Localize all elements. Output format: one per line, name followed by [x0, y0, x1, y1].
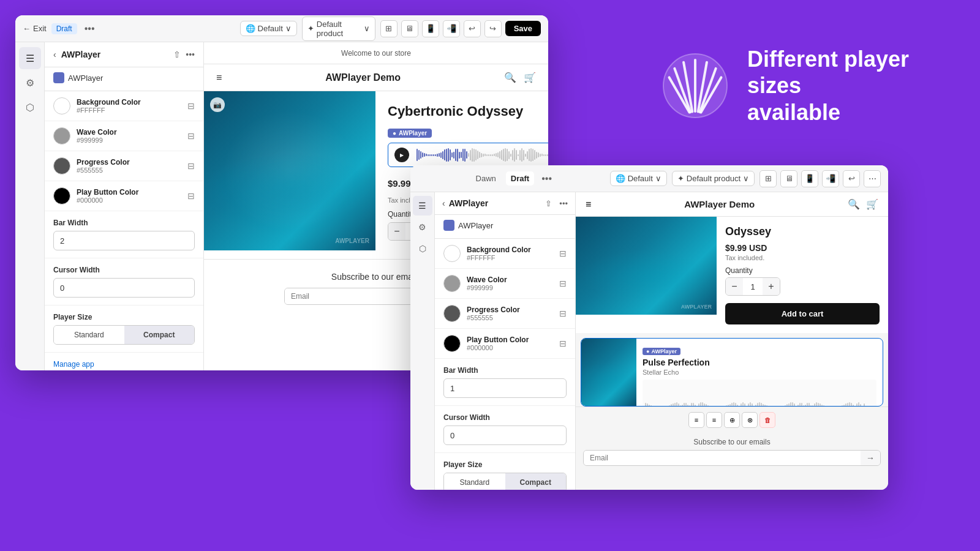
editor2-share-icon[interactable]: ⇧ — [545, 199, 552, 208]
audio-player[interactable]: ▶ 4:24 — [388, 143, 548, 167]
tablet-icon-btn[interactable]: 📱 — [422, 20, 439, 37]
exit-button[interactable]: ← Exit — [23, 24, 47, 33]
tab-dawn[interactable]: Dawn — [471, 171, 501, 186]
editor2-default-dropdown[interactable]: 🌐 Default ∨ — [610, 171, 667, 186]
player-size-label: Player Size — [53, 313, 195, 321]
editor2-toolbar: ≡ ≡ ⊕ ⊗ 🗑 — [576, 407, 888, 433]
chevron-down-icon-2: ∨ — [364, 24, 370, 33]
play-btn-color-row[interactable]: Play Button Color #000000 ⊟ — [45, 181, 203, 211]
editor2-qty-decrease[interactable]: − — [726, 278, 743, 295]
editor2-background-swatch — [443, 245, 461, 262]
editor2-email-input[interactable] — [584, 451, 861, 465]
play-btn-color-edit-icon[interactable]: ⊟ — [187, 191, 195, 201]
wave-color-row[interactable]: Wave Color #999999 ⊟ — [45, 121, 203, 151]
editor2-product-dropdown[interactable]: ✦ Default product ∨ — [672, 171, 755, 186]
layout-icon-btn[interactable]: ⊞ — [380, 20, 398, 37]
topbar-right: ⊞ 🖥 📱 📲 ↩ ↪ Save — [380, 20, 541, 37]
editor2-search-icon[interactable]: 🔍 — [848, 198, 860, 210]
editor2-compact-btn[interactable]: Compact — [505, 473, 567, 490]
search-icon[interactable]: 🔍 — [504, 72, 516, 83]
editor2-second-product-info: ● AWPlayer Pulse Perfection Stellar Echo… — [636, 339, 883, 406]
hamburger-icon[interactable]: ≡ — [216, 72, 222, 83]
editor2-layout-btn[interactable]: ⊞ — [760, 170, 777, 187]
editor2-progress-color-row[interactable]: Progress Color #555555 ⊟ — [435, 299, 575, 329]
sidebar-share-icon[interactable]: ⇧ — [173, 50, 181, 59]
background-color-name: Background Color — [77, 98, 181, 107]
save-button[interactable]: Save — [505, 21, 541, 36]
editor-nav-1: ☰ ⚙ ⬡ — [15, 42, 45, 370]
editor2-background-color-row[interactable]: Background Color #FFFFFF ⊟ — [435, 239, 575, 269]
editor-sidebar-1: ‹ AWPlayer ⇧ ••• AWPlayer Background Col… — [45, 42, 204, 370]
background-color-info: Background Color #FFFFFF — [77, 98, 181, 114]
topbar-dots-icon[interactable]: ••• — [85, 23, 95, 34]
editor2-background-edit[interactable]: ⊟ — [559, 249, 567, 258]
editor2-cart-icon[interactable]: 🛒 — [866, 198, 878, 210]
nav-apps-icon[interactable]: ⬡ — [19, 96, 41, 118]
background-color-edit-icon[interactable]: ⊟ — [187, 101, 195, 111]
bar-width-input[interactable] — [53, 231, 195, 250]
second-product-title: Pulse Perfection — [643, 358, 876, 367]
cart-icon[interactable]: 🛒 — [524, 72, 536, 83]
editor2-tablet-btn[interactable]: 📱 — [801, 170, 818, 187]
editor2-back-arrow[interactable]: ‹ — [442, 198, 445, 208]
editor2-toolbar-icon-2[interactable]: ≡ — [706, 412, 722, 428]
editor2-more-btn[interactable]: ⋯ — [864, 170, 881, 187]
editor2-progress-edit[interactable]: ⊟ — [559, 309, 567, 318]
editor2-cursor-width-input[interactable] — [443, 425, 567, 445]
editor2-playbtn-edit[interactable]: ⊟ — [559, 339, 567, 348]
editor2-toolbar-icon-4[interactable]: ⊗ — [742, 412, 758, 428]
editor2-nav-settings[interactable]: ⚙ — [413, 217, 432, 237]
editor2-playbtn-color-row[interactable]: Play Button Color #000000 ⊟ — [435, 329, 575, 359]
nav-sections-icon[interactable]: ☰ — [19, 47, 41, 69]
hero-section: Different player sizes available — [637, 0, 980, 171]
tab-draft[interactable]: Draft — [506, 171, 534, 186]
back-arrow-icon[interactable]: ‹ — [53, 50, 56, 59]
editor2-wave-edit[interactable]: ⊟ — [559, 279, 567, 288]
app-label-text: AWPlayer — [68, 73, 103, 83]
email-arrow-icon[interactable]: → — [861, 451, 880, 465]
draft-badge[interactable]: Draft — [51, 23, 77, 34]
default-product-dropdown[interactable]: ✦ Default product ∨ — [302, 17, 375, 41]
default-dropdown[interactable]: 🌐 Default ∨ — [240, 21, 297, 36]
sidebar-more-icon[interactable]: ••• — [186, 50, 195, 59]
nav-settings-icon[interactable]: ⚙ — [19, 72, 41, 94]
background-color-row[interactable]: Background Color #FFFFFF ⊟ — [45, 91, 203, 121]
add-to-cart-button[interactable]: Add to cart — [725, 303, 880, 324]
editor2-standard-btn[interactable]: Standard — [444, 473, 505, 490]
manage-app-link[interactable]: Manage app — [45, 353, 203, 370]
editor2-nav-apps[interactable]: ⬡ — [413, 239, 432, 258]
editor2-product-section: AWPLAYER Odyssey $9.99 USD Tax included.… — [576, 217, 888, 333]
editor2-toolbar-delete[interactable]: 🗑 — [760, 412, 775, 428]
editor2-background-info: Background Color #FFFFFF — [467, 246, 553, 261]
product-icon: ✦ — [307, 24, 314, 33]
product-icon-2: ✦ — [677, 174, 684, 183]
wave-color-edit-icon[interactable]: ⊟ — [187, 131, 195, 141]
editor2-toolbar-icon-1[interactable]: ≡ — [688, 412, 704, 428]
compact-size-button[interactable]: Compact — [124, 326, 195, 344]
undo-icon-btn[interactable]: ↩ — [464, 20, 481, 37]
cursor-width-input[interactable] — [53, 278, 195, 298]
editor2-hamburger-icon[interactable]: ≡ — [586, 199, 591, 210]
editor2-topbar-dots[interactable]: ••• — [541, 173, 552, 184]
editor2-desktop-btn[interactable]: 🖥 — [780, 170, 797, 187]
editor2-wave-swatch — [443, 275, 461, 292]
editor2-toolbar-icon-3[interactable]: ⊕ — [724, 412, 740, 428]
editor2-mobile-btn[interactable]: 📲 — [822, 170, 839, 187]
editor2-more-icon[interactable]: ••• — [559, 199, 568, 208]
editor2-store-icons: 🔍 🛒 — [848, 198, 878, 210]
desktop-icon-btn[interactable]: 🖥 — [401, 20, 418, 37]
standard-size-button[interactable]: Standard — [54, 326, 124, 344]
editor2-bar-width-input[interactable] — [443, 378, 567, 398]
redo-icon-btn[interactable]: ↪ — [484, 20, 502, 37]
editor2-undo-btn[interactable]: ↩ — [843, 170, 860, 187]
editor2-cursor-width-label: Cursor Width — [443, 413, 567, 422]
editor2-qty-increase[interactable]: + — [763, 278, 780, 295]
editor2-nav: ☰ ⚙ ⬡ — [410, 192, 435, 490]
progress-color-row[interactable]: Progress Color #555555 ⊟ — [45, 151, 203, 181]
editor2-nav-sections[interactable]: ☰ — [413, 196, 432, 216]
play-button[interactable]: ▶ — [394, 148, 409, 162]
progress-color-edit-icon[interactable]: ⊟ — [187, 161, 195, 171]
editor2-wave-color-row[interactable]: Wave Color #999999 ⊟ — [435, 269, 575, 299]
mobile-icon-btn[interactable]: 📲 — [443, 20, 460, 37]
quantity-decrease-button[interactable]: − — [388, 223, 405, 240]
